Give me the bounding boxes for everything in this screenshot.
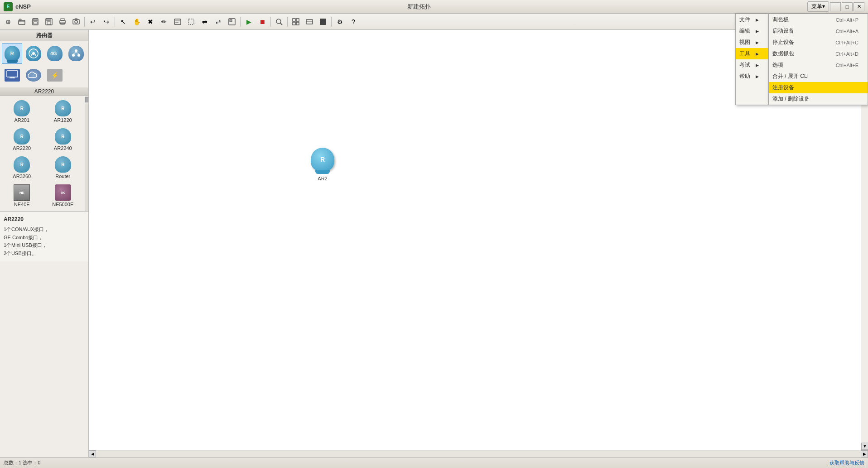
link1-button[interactable]: ⇌: [198, 15, 211, 28]
close-button[interactable]: ✕: [854, 2, 864, 11]
save-template-button[interactable]: [29, 15, 42, 28]
new-button[interactable]: ⊕: [2, 15, 14, 28]
info-panel: AR2220 1个CON/AUX接口， GE Combo接口， 1个Mini U…: [0, 211, 88, 261]
svg-point-20: [276, 19, 281, 24]
status-count: 总数：1 选中：0: [4, 459, 40, 466]
scroll-down-arrow[interactable]: ▼: [861, 443, 868, 450]
tools-item-stop[interactable]: 停止设备 Ctrl+Alt+C: [769, 37, 868, 48]
device-router[interactable]: R Router: [43, 154, 83, 181]
link2-button[interactable]: ⇄: [212, 15, 225, 28]
canvas-device-ar2[interactable]: R AR2: [311, 148, 334, 181]
svg-rect-13: [75, 19, 77, 19]
minimize-button[interactable]: ─: [830, 2, 841, 11]
svg-rect-6: [47, 19, 50, 21]
svg-rect-28: [320, 19, 326, 25]
sub-device-list: R AR201 R AR1220 R AR2220: [0, 96, 88, 211]
tools-submenu: 调色板 Ctrl+Alt+P 启动设备 Ctrl+Alt+A 停止设备 Ctrl…: [768, 14, 868, 105]
canvas-device-label: AR2: [318, 176, 327, 181]
settings-button[interactable]: ⚙: [333, 15, 346, 28]
zoom-area-button[interactable]: [226, 15, 238, 28]
svg-rect-1: [19, 19, 21, 20]
print-button[interactable]: [56, 15, 69, 28]
stop-button[interactable]: ⏹: [256, 15, 269, 28]
hand-button[interactable]: ✋: [130, 15, 143, 28]
view-arrow: ▶: [756, 40, 759, 45]
svg-rect-14: [174, 19, 181, 24]
menu-item-tools[interactable]: 工具 ▶: [736, 48, 768, 59]
edit-arrow: ▶: [756, 29, 759, 34]
svg-rect-0: [19, 20, 25, 24]
help-button[interactable]: ?: [347, 15, 360, 28]
left-scrollbar[interactable]: [85, 96, 88, 211]
svg-rect-24: [293, 22, 295, 25]
layout2-button[interactable]: [303, 15, 316, 28]
open-button[interactable]: [15, 15, 28, 28]
title-bar-right: 菜单▾ ─ □ ✕: [807, 1, 864, 12]
cloud-icon: [26, 69, 41, 82]
tools-arrow: ▶: [756, 52, 759, 56]
custom-button[interactable]: ✏: [158, 15, 170, 28]
bottom-scrollbar[interactable]: ◀ ▶: [89, 450, 868, 457]
device-ne40e[interactable]: NE NE40E: [2, 182, 42, 209]
select-button[interactable]: ↖: [117, 15, 130, 28]
top-icon-wireless[interactable]: [23, 43, 43, 64]
tools-item-palette[interactable]: 调色板 Ctrl+Alt+P: [769, 14, 868, 25]
top-device-grid: R 4G: [0, 41, 88, 87]
redo-button[interactable]: ↪: [100, 15, 113, 28]
tools-item-options[interactable]: 选项 Ctrl+Alt+E: [769, 59, 868, 71]
start-button[interactable]: ▶: [242, 15, 255, 28]
area-button[interactable]: [185, 15, 198, 28]
svg-text:4G: 4G: [50, 51, 57, 56]
delete-button[interactable]: ✖: [144, 15, 157, 28]
menu-item-help[interactable]: 帮助 ▶: [736, 71, 768, 82]
tools-item-register[interactable]: 注册设备: [769, 82, 868, 93]
svg-line-35: [73, 52, 76, 54]
menu-area: 文件 ▶ 编辑 ▶ 视图 ▶ 工具 ▶ 考试 ▶ 帮助 ▶: [735, 14, 868, 105]
label-button[interactable]: [171, 15, 184, 28]
undo-button[interactable]: ↩: [87, 15, 99, 28]
svg-rect-23: [296, 19, 299, 21]
device-ne5000e[interactable]: 5K NE5000E: [43, 182, 83, 209]
menu-item-exam[interactable]: 考试 ▶: [736, 59, 768, 71]
title-bar: E eNSP 新建拓扑 菜单▾ ─ □ ✕: [0, 0, 868, 14]
maximize-button[interactable]: □: [842, 2, 853, 11]
scroll-right-arrow[interactable]: ▶: [861, 450, 868, 458]
fullscreen-button[interactable]: [317, 15, 329, 28]
menu-item-view[interactable]: 视图 ▶: [736, 37, 768, 48]
svg-rect-19: [230, 19, 232, 22]
menu-button[interactable]: 菜单▾: [807, 1, 829, 12]
top-icon-cluster[interactable]: [66, 43, 87, 64]
top-icon-ar2220[interactable]: R: [2, 43, 22, 64]
device-ar2240[interactable]: R AR2240: [43, 126, 83, 153]
save-button[interactable]: [43, 15, 55, 28]
router-icon: R: [5, 46, 20, 61]
capture-button[interactable]: [273, 15, 285, 28]
title-bar-left: E eNSP: [4, 2, 31, 11]
scroll-left-arrow[interactable]: ◀: [89, 450, 96, 458]
top-icon-monitor[interactable]: [2, 65, 22, 86]
exam-arrow: ▶: [756, 63, 759, 68]
screenshot-button[interactable]: [70, 15, 82, 28]
top-icon-4g[interactable]: 4G: [45, 43, 65, 64]
device-ar201[interactable]: R AR201: [2, 98, 42, 125]
svg-rect-37: [7, 71, 18, 77]
tools-item-start[interactable]: 启动设备 Ctrl+Alt+A: [769, 25, 868, 37]
menu-item-file[interactable]: 文件 ▶: [736, 14, 768, 25]
file-arrow: ▶: [756, 18, 759, 22]
router-section-title: 路由器: [0, 30, 88, 41]
svg-line-36: [76, 52, 79, 54]
status-help[interactable]: 获取帮助与反馈: [829, 459, 864, 466]
top-icon-cloud[interactable]: [23, 65, 43, 86]
device-ar3260[interactable]: R AR3260: [2, 154, 42, 181]
svg-rect-3: [34, 19, 37, 21]
tools-item-capture[interactable]: 数据抓包 Ctrl+Alt+D: [769, 48, 868, 59]
menu-item-edit[interactable]: 编辑 ▶: [736, 25, 768, 37]
tools-item-cli[interactable]: 合并 / 展开 CLI: [769, 71, 868, 82]
layout1-button[interactable]: [289, 15, 302, 28]
device-ar1220[interactable]: R AR1220: [43, 98, 83, 125]
svg-point-30: [32, 52, 35, 55]
tools-item-add-remove[interactable]: 添加 / 删除设备: [769, 93, 868, 105]
top-icon-bolt[interactable]: ⚡: [45, 65, 65, 86]
device-ar2220[interactable]: R AR2220: [2, 126, 42, 153]
help-arrow: ▶: [756, 74, 759, 79]
